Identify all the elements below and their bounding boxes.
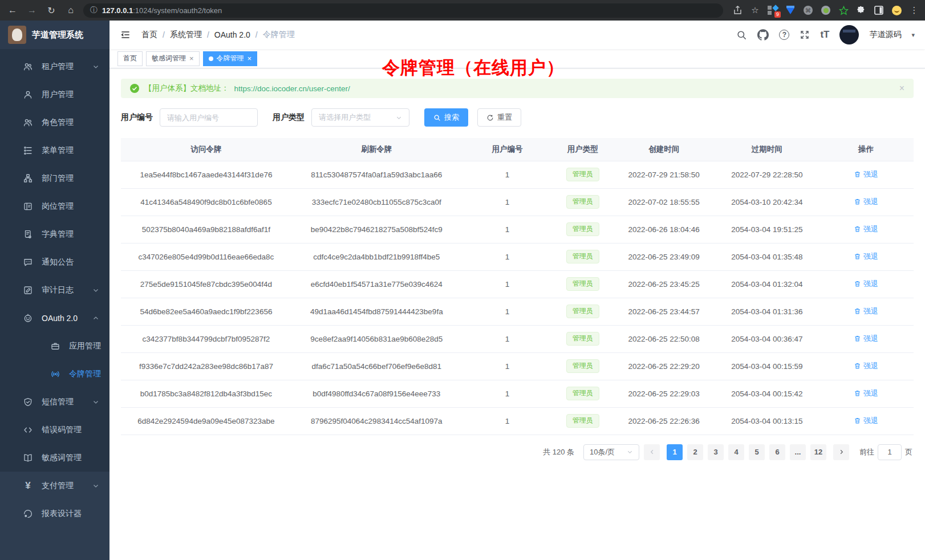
page-size-select[interactable]: 10条/页 <box>583 444 639 460</box>
force-logout-button[interactable]: 强退 <box>854 306 878 316</box>
sidebar-item-notice[interactable]: 通知公告 <box>0 248 109 276</box>
sidebar-item-user[interactable]: 用户管理 <box>0 80 109 108</box>
bookmark-star-icon[interactable]: ☆ <box>750 5 760 15</box>
side-panel-icon[interactable] <box>874 5 884 15</box>
command-extension-icon[interactable]: ⌘ <box>803 5 813 15</box>
sidebar-item-post[interactable]: 岗位管理 <box>0 192 109 220</box>
browser-home-button[interactable]: ⌂ <box>64 3 78 17</box>
share-icon[interactable] <box>732 5 743 15</box>
page-button-4[interactable]: 4 <box>728 444 744 460</box>
user-id-cell: 1 <box>462 325 553 352</box>
user-avatar[interactable] <box>839 25 859 44</box>
sidebar-item-oauth2-app[interactable]: 应用管理 <box>0 332 109 360</box>
force-logout-button[interactable]: 强退 <box>854 388 878 399</box>
force-logout-button[interactable]: 强退 <box>854 361 878 371</box>
sidebar-item-oauth2-token[interactable]: 令牌管理 <box>0 360 109 388</box>
sidebar-item-errcode[interactable]: 错误码管理 <box>0 416 109 444</box>
profile-avatar-icon[interactable] <box>891 5 902 15</box>
recorder-extension-icon[interactable] <box>821 5 831 15</box>
tab-令牌管理[interactable]: 令牌管理× <box>203 51 258 66</box>
font-size-icon[interactable]: tT <box>820 29 829 40</box>
search-button[interactable]: 搜索 <box>424 108 468 127</box>
close-icon[interactable]: × <box>248 54 252 63</box>
sidebar-item-label: 角色管理 <box>42 117 74 128</box>
tab-敏感词管理[interactable]: 敏感词管理× <box>146 51 200 66</box>
force-logout-button[interactable]: 强退 <box>854 334 878 344</box>
force-logout-button[interactable]: 强退 <box>854 197 878 207</box>
extension-grid-icon[interactable]: 9 <box>768 5 778 15</box>
doc-link[interactable]: https://doc.iocoder.cn/user-center/ <box>234 84 350 93</box>
page-button-6[interactable]: 6 <box>769 444 785 460</box>
force-logout-button[interactable]: 强退 <box>854 279 878 289</box>
sidebar-item-report[interactable]: 报表设计器 <box>0 500 109 527</box>
chevron-down-icon <box>627 449 633 455</box>
page-button-2[interactable]: 2 <box>687 444 703 460</box>
access-token-cell: f9336e7c7dd242a283ee98dc86b17a87 <box>121 352 291 380</box>
github-icon[interactable] <box>757 29 769 40</box>
breadcrumb-item[interactable]: 首页 <box>141 30 157 40</box>
user-id-cell: 1 <box>462 380 553 407</box>
app-logo-row[interactable]: 芋道管理系统 <box>0 21 109 49</box>
sidebar-item-menu[interactable]: 菜单管理 <box>0 136 109 164</box>
table-row: c347026e805e4d99b0d116eae66eda8ccdfc4ce9… <box>121 243 914 270</box>
user-type-badge: 管理员 <box>566 195 599 209</box>
user-id-cell: 1 <box>462 216 553 243</box>
fullscreen-icon[interactable] <box>800 30 810 40</box>
sidebar-item-pay[interactable]: ¥支付管理 <box>0 472 109 500</box>
book-icon <box>23 453 33 463</box>
force-logout-button[interactable]: 强退 <box>854 169 878 180</box>
username[interactable]: 芋道源码 <box>869 30 901 40</box>
sidebar-item-role[interactable]: 角色管理 <box>0 108 109 136</box>
star-extension-icon[interactable] <box>838 5 849 15</box>
user-id-cell: 1 <box>462 243 553 270</box>
address-bar[interactable]: ⓘ 127.0.0.1:1024/system/oauth2/token <box>83 3 723 18</box>
page-button-3[interactable]: 3 <box>708 444 724 460</box>
force-logout-button[interactable]: 强退 <box>854 224 878 234</box>
sidebar-item-sensitive[interactable]: 敏感词管理 <box>0 444 109 472</box>
sidebar-item-audit[interactable]: 审计日志 <box>0 276 109 304</box>
page-button-1[interactable]: 1 <box>667 444 683 460</box>
gem-extension-icon[interactable] <box>785 5 796 15</box>
access-token-cell: 6d842e2924594de9a09e45e087323abe <box>121 407 291 435</box>
user-type-select[interactable]: 请选择用户类型 <box>311 108 409 127</box>
prev-page-button[interactable] <box>644 444 660 460</box>
more-pages-button[interactable]: ... <box>790 444 806 460</box>
chart-icon <box>23 509 33 519</box>
close-icon[interactable]: × <box>189 54 194 63</box>
alert-close-icon[interactable]: × <box>899 83 904 94</box>
sidebar-item-oauth2[interactable]: OAuth 2.0 <box>0 304 109 332</box>
user-id-input[interactable] <box>160 108 258 127</box>
breadcrumb-item[interactable]: 系统管理 <box>170 30 202 40</box>
reset-button[interactable]: 重置 <box>477 108 521 127</box>
tab-首页[interactable]: 首页 <box>117 51 143 66</box>
page-button-5[interactable]: 5 <box>749 444 765 460</box>
force-logout-button[interactable]: 强退 <box>854 416 878 426</box>
trash-icon <box>854 389 861 397</box>
browser-forward-button[interactable]: → <box>25 3 39 17</box>
breadcrumb-item[interactable]: OAuth 2.0 <box>214 30 250 39</box>
page-button-12[interactable]: 12 <box>810 444 826 460</box>
puzzle-extensions-icon[interactable] <box>856 5 866 15</box>
sidebar-item-dept[interactable]: 部门管理 <box>0 164 109 192</box>
sidebar-item-label: 通知公告 <box>42 257 74 267</box>
help-icon[interactable]: ? <box>779 30 789 40</box>
browser-reload-button[interactable]: ↻ <box>44 3 58 17</box>
chevron-down-icon[interactable]: ▾ <box>911 31 915 39</box>
next-page-button[interactable] <box>833 444 849 460</box>
search-icon[interactable] <box>736 30 747 40</box>
chevron-down-icon <box>92 63 99 70</box>
browser-menu-icon[interactable]: ⋮ <box>909 5 919 15</box>
sidebar-item-tenant[interactable]: 租户管理 <box>0 52 109 80</box>
goto-page-input[interactable] <box>878 444 902 460</box>
log-icon <box>23 285 33 295</box>
sidebar-collapse-icon[interactable] <box>120 29 131 40</box>
sidebar-item-dict[interactable]: 字典管理 <box>0 220 109 248</box>
briefcase-icon <box>50 341 60 351</box>
browser-back-button[interactable]: ← <box>6 3 19 17</box>
site-info-icon[interactable]: ⓘ <box>90 5 98 15</box>
table-row: 275e5de9151045fe87cbdc395e004f4de6cfd40e… <box>121 270 914 298</box>
user-type-badge: 管理员 <box>566 387 599 400</box>
token-table: 访问令牌刷新令牌用户编号用户类型创建时间过期时间操作 1ea5e44f8bc14… <box>121 138 914 435</box>
force-logout-button[interactable]: 强退 <box>854 251 878 262</box>
sidebar-item-sms[interactable]: 短信管理 <box>0 388 109 416</box>
